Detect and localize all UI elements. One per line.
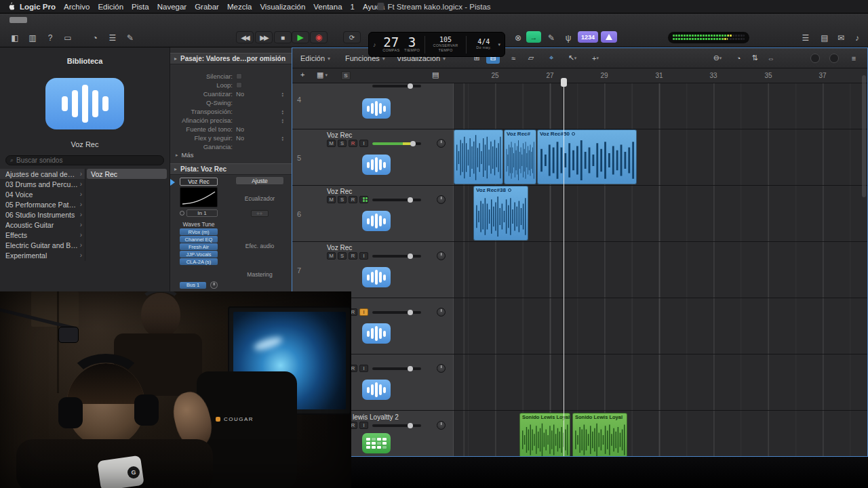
playhead-line[interactable] xyxy=(564,78,564,457)
volume-slider[interactable] xyxy=(372,85,421,87)
mute-button[interactable]: M xyxy=(327,196,336,203)
library-patch-selected[interactable]: Voz Rec xyxy=(87,169,167,179)
add-track-button[interactable]: + xyxy=(300,70,304,79)
pan-knob[interactable] xyxy=(437,139,446,148)
volume-slider[interactable] xyxy=(372,311,421,314)
solo-button[interactable]: S xyxy=(338,140,347,147)
menu-item-visualizacion[interactable]: Visualización xyxy=(256,3,309,11)
param-row[interactable]: Cuantizar:No▴▾ xyxy=(170,89,292,98)
track-header[interactable]: 4 xyxy=(292,83,454,129)
lcd-chevron-icon[interactable]: ▾ xyxy=(498,42,501,47)
pan-knob[interactable] xyxy=(437,421,446,430)
volume-slider[interactable] xyxy=(372,424,421,427)
stepper-icon[interactable]: ▴▾ xyxy=(281,118,283,123)
menu-item-navegar[interactable]: Navegar xyxy=(153,3,191,11)
metronome-button[interactable] xyxy=(601,31,617,43)
track-lane[interactable] xyxy=(454,298,867,354)
param-row[interactable]: Transposición:▴▾ xyxy=(170,107,292,116)
playhead-handle[interactable] xyxy=(561,78,567,87)
notes-icon[interactable]: ✉ xyxy=(833,31,849,44)
media-browser-icon[interactable]: ♪ xyxy=(849,31,865,44)
menu-item-edicion[interactable]: Edición xyxy=(94,3,127,11)
param-row[interactable]: Flex y seguir:No▴▾ xyxy=(170,134,292,142)
more-tools-icon[interactable]: ≡ xyxy=(847,52,861,64)
waveform-zoom-icon[interactable]: ≈ xyxy=(507,52,520,64)
audio-region[interactable]: Sonido Lewis Loyalty xyxy=(519,413,570,457)
mute-button[interactable]: M xyxy=(327,140,336,147)
edit-menu[interactable]: Edición▾ xyxy=(300,48,330,68)
slider-knob[interactable] xyxy=(408,197,413,203)
solo-all-button[interactable]: S xyxy=(341,71,351,80)
volume-slider[interactable] xyxy=(372,255,421,258)
library-category[interactable]: Electric Guitar and B…› xyxy=(0,240,85,250)
library-category[interactable]: Experimental› xyxy=(0,250,85,260)
input-monitor-button[interactable]: I xyxy=(359,252,368,260)
slider-knob[interactable] xyxy=(408,310,413,315)
record-arm-button[interactable]: R xyxy=(349,140,357,147)
track-height-knob[interactable] xyxy=(829,54,839,63)
pan-knob[interactable] xyxy=(437,195,446,204)
horizontal-zoom-icon[interactable]: ⇔ xyxy=(764,52,778,64)
catch-playhead-icon[interactable]: ◔ xyxy=(732,52,745,64)
track-row[interactable]: 9 M S R I xyxy=(292,354,867,411)
menu-item-grabar[interactable]: Grabar xyxy=(191,3,223,11)
loop-browser-icon[interactable]: ▤ xyxy=(816,31,833,44)
more-disclosure[interactable]: ▸Más xyxy=(176,151,193,159)
pan-knob[interactable] xyxy=(437,364,446,373)
menu-item-1[interactable]: 1 xyxy=(347,3,359,11)
pan-knob[interactable] xyxy=(437,251,446,260)
library-category[interactable]: 06 Studio Instruments› xyxy=(0,209,85,220)
app-menu[interactable]: Logic Pro xyxy=(16,3,60,11)
track-header[interactable]: Voz Rec 7 M S R I xyxy=(292,242,454,298)
stop-button[interactable]: ■ xyxy=(274,31,292,43)
plugin-slot[interactable]: JJP-Vocals xyxy=(180,251,218,258)
audio-region[interactable]: Voz Rec# xyxy=(504,129,536,184)
track-lane[interactable] xyxy=(454,411,867,457)
library-toggle-icon[interactable]: ◧ xyxy=(7,31,23,44)
no-overlap-icon[interactable]: ⊗ xyxy=(510,31,526,44)
send-button[interactable]: Bus 1 xyxy=(180,282,206,289)
input-row[interactable]: In 1 xyxy=(180,209,218,217)
count-in-button[interactable]: 1234 xyxy=(578,31,598,43)
lcd-display[interactable]: ♪ 27 COMPAS 3 TIEMPO 105 CONSERVAR TEMPO… xyxy=(368,32,505,57)
solo-button[interactable]: S xyxy=(338,196,347,203)
input-monitor-button[interactable]: I xyxy=(359,140,368,147)
library-category[interactable]: 04 Voice› xyxy=(0,189,85,199)
stepper-icon[interactable]: ▴▾ xyxy=(281,109,283,115)
volume-slider[interactable] xyxy=(372,142,421,145)
param-row[interactable]: Silenciar: xyxy=(170,72,292,81)
plugin-slot[interactable]: CLA-2A (s) xyxy=(180,258,218,265)
vertical-scrollbar[interactable] xyxy=(862,75,866,197)
input-monitor-button[interactable]: I xyxy=(359,365,368,372)
apple-menu[interactable] xyxy=(7,2,14,11)
menu-item-pista[interactable]: Pista xyxy=(127,3,153,11)
track-row[interactable]: 4 xyxy=(292,83,867,129)
tuner-icon[interactable]: ψ xyxy=(560,31,576,44)
library-search[interactable]: ⌕ xyxy=(5,155,164,165)
forward-button[interactable]: ▶▶ xyxy=(255,31,273,43)
input-monitor-button[interactable]: I xyxy=(359,308,368,316)
secondary-tool-menu[interactable]: +▾ xyxy=(585,52,606,64)
smart-controls-icon[interactable]: ◔ xyxy=(87,31,103,44)
track-lane[interactable] xyxy=(454,83,867,129)
track-lane[interactable] xyxy=(454,242,867,298)
slider-knob[interactable] xyxy=(410,141,416,146)
menu-item-mezcla[interactable]: Mezcla xyxy=(223,3,256,11)
menu-item-ventana[interactable]: Ventana xyxy=(309,3,346,11)
record-button[interactable]: ◉ xyxy=(310,31,328,43)
track-header[interactable]: Voz Rec 5 M S R I xyxy=(292,129,454,185)
autopunch-icon[interactable]: ✎ xyxy=(543,31,559,44)
library-category[interactable]: Ajustes de canal de…› xyxy=(0,169,85,179)
loop-checkbox[interactable] xyxy=(236,82,242,88)
plugin-slot[interactable]: Channel EQ xyxy=(180,236,218,243)
list-editors-icon[interactable]: ☰ xyxy=(797,31,814,44)
volume-slider[interactable] xyxy=(372,367,421,370)
volume-slider[interactable] xyxy=(372,199,421,201)
library-category[interactable]: Acoustic Guitar› xyxy=(0,220,85,230)
track-header[interactable]: Voz Rec 6 M S R I xyxy=(292,186,454,241)
waveform-zoom-knob[interactable] xyxy=(810,54,820,63)
input-monitor-button[interactable]: I xyxy=(359,422,368,429)
play-button[interactable]: ▶ xyxy=(292,31,309,43)
audio-region[interactable] xyxy=(454,129,503,184)
search-input[interactable] xyxy=(16,157,159,164)
